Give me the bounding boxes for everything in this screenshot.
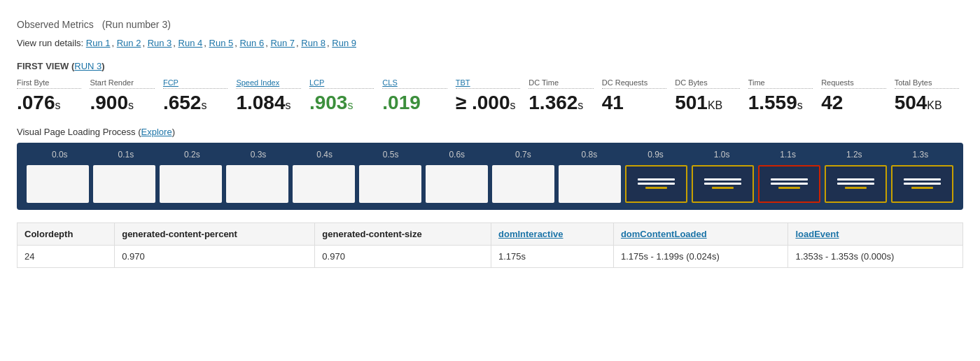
filmstrip-frames	[27, 165, 953, 203]
run-link-7[interactable]: Run 7	[270, 38, 295, 48]
filmstrip-time: 0.1s	[93, 150, 160, 160]
filmstrip-frame-9[interactable]	[625, 165, 687, 203]
data-table: Colordepthgenerated-content-percentgener…	[17, 222, 963, 268]
filmstrip-time: 0.5s	[358, 150, 424, 160]
run-link-5[interactable]: Run 5	[209, 38, 234, 48]
metric-cls: CLS.019	[378, 78, 451, 114]
metric-dc-time: DC Time1.362s	[524, 78, 597, 114]
filmstrip-frame-1[interactable]	[93, 165, 155, 203]
metric-dc-requests: DC Requests41	[598, 78, 671, 114]
filmstrip-time: 1.2s	[821, 150, 888, 160]
filmstrip-frame-11[interactable]	[758, 165, 820, 203]
metric-unit-speed-index: s	[285, 99, 290, 111]
explore-link[interactable]: Explore	[141, 127, 172, 137]
table-header-5[interactable]: loadEvent	[788, 223, 963, 246]
metric-unit-lcp: s	[347, 99, 353, 111]
load-event-cell: 1.353s - 1.353s (0.000s)	[788, 246, 963, 268]
metric-dc-bytes: DC Bytes501KB	[671, 78, 743, 114]
run-links-list: Run 1, Run 2, Run 3, Run 4, Run 5, Run 6…	[86, 38, 358, 48]
table-header-row: Colordepthgenerated-content-percentgener…	[18, 223, 963, 246]
metric-lcp: LCP.903s	[305, 78, 378, 114]
run-link-6[interactable]: Run 6	[239, 38, 264, 48]
dom-content-loaded-cell: 1.175s - 1.199s (0.024s)	[613, 246, 788, 268]
metric-value-total-bytes: 504KB	[895, 92, 959, 114]
metric-value-cls: .019	[382, 92, 447, 114]
filmstrip-times: 0.0s0.1s0.2s0.3s0.4s0.5s0.6s0.7s0.8s0.9s…	[27, 150, 953, 160]
metric-unit-total-bytes: KB	[927, 99, 941, 111]
metric-speed-index: Speed Index1.084s	[232, 78, 304, 114]
filmstrip-frame-10[interactable]	[692, 165, 754, 203]
run-links: View run details: Run 1, Run 2, Run 3, R…	[17, 38, 963, 48]
visual-label: Visual Page Loading Process (Explore)	[17, 127, 963, 137]
metric-value-start-render: .900s	[90, 92, 154, 114]
run-link-1[interactable]: Run 1	[86, 38, 111, 48]
metric-value-tbt: ≥ .000s	[456, 92, 520, 114]
metric-value-dc-time: 1.362s	[528, 92, 593, 114]
run-link-2[interactable]: Run 2	[117, 38, 141, 48]
metric-start-render: Start Render.900s	[85, 78, 158, 114]
metric-label-dc-requests: DC Requests	[602, 78, 666, 89]
filmstrip-frame-4[interactable]	[293, 165, 355, 203]
filmstrip-frame-6[interactable]	[426, 165, 488, 203]
filmstrip-time: 0.7s	[490, 150, 556, 160]
metric-label-lcp[interactable]: LCP	[309, 78, 374, 89]
table-header-3[interactable]: domInteractive	[491, 223, 614, 246]
gen-content-size-cell: 0.970	[315, 246, 491, 268]
colordepth-cell: 24	[18, 246, 115, 268]
filmstrip-frame-3[interactable]	[226, 165, 288, 203]
filmstrip-frame-13[interactable]	[891, 165, 953, 203]
filmstrip-time: 0.3s	[225, 150, 292, 160]
run-link-8[interactable]: Run 8	[301, 38, 326, 48]
run-link-3[interactable]: Run 3	[148, 38, 172, 48]
filmstrip-time: 0.4s	[291, 150, 358, 160]
metric-value-speed-index: 1.084s	[236, 92, 300, 114]
metric-tbt: TBT≥ .000s	[451, 78, 524, 114]
filmstrip-frame-12[interactable]	[825, 165, 887, 203]
run-subtitle: (Run number 3)	[102, 19, 171, 30]
metric-value-time: 1.559s	[748, 92, 813, 114]
filmstrip-frame-2[interactable]	[160, 165, 222, 203]
metric-value-dc-bytes: 501KB	[675, 92, 739, 114]
metric-label-first-byte: First Byte	[17, 78, 81, 89]
table-header-4[interactable]: domContentLoaded	[613, 223, 788, 246]
metric-label-tbt[interactable]: TBT	[456, 78, 520, 89]
metric-value-lcp: .903s	[309, 92, 374, 114]
table-header-1: generated-content-percent	[115, 223, 315, 246]
metric-label-cls[interactable]: CLS	[382, 78, 447, 89]
table-header-2: generated-content-size	[315, 223, 491, 246]
filmstrip-frame-0[interactable]	[27, 165, 89, 203]
first-view-run-link[interactable]: RUN 3	[74, 61, 102, 71]
filmstrip-time: 1.1s	[755, 150, 821, 160]
filmstrip-frame-7[interactable]	[492, 165, 554, 203]
dom-interactive-cell: 1.175s	[491, 246, 614, 268]
visual-section: Visual Page Loading Process (Explore) 0.…	[17, 127, 963, 210]
metric-value-dc-requests: 41	[602, 92, 666, 114]
metric-label-fcp[interactable]: FCP	[163, 78, 227, 89]
metric-unit-dc-time: s	[578, 99, 583, 111]
table-row: 24 0.970 0.970 1.175s 1.175s - 1.199s (0…	[18, 246, 963, 268]
metric-label-speed-index[interactable]: Speed Index	[236, 78, 300, 89]
metric-time: Time1.559s	[744, 78, 817, 114]
filmstrip-time: 0.0s	[27, 150, 93, 160]
metric-value-requests: 42	[821, 92, 886, 114]
filmstrip-frame-8[interactable]	[559, 165, 621, 203]
metric-unit-tbt: s	[510, 99, 515, 111]
metrics-row: First Byte.076sStart Render.900sFCP.652s…	[17, 78, 963, 114]
metric-label-dc-bytes: DC Bytes	[675, 78, 739, 89]
filmstrip-time: 1.3s	[888, 150, 954, 160]
filmstrip-time: 0.9s	[622, 150, 689, 160]
filmstrip-time: 1.0s	[689, 150, 755, 160]
metric-value-first-byte: .076s	[17, 92, 81, 114]
filmstrip-time: 0.8s	[556, 150, 623, 160]
gen-content-percent-cell: 0.970	[115, 246, 315, 268]
filmstrip: 0.0s0.1s0.2s0.3s0.4s0.5s0.6s0.7s0.8s0.9s…	[17, 143, 963, 210]
metric-label-time: Time	[748, 78, 813, 89]
table-header-0: Colordepth	[18, 223, 115, 246]
filmstrip-time: 0.2s	[159, 150, 225, 160]
first-view-label: FIRST VIEW (RUN 3)	[17, 61, 963, 71]
metric-unit-fcp: s	[201, 99, 206, 111]
filmstrip-time: 0.6s	[424, 150, 490, 160]
run-link-4[interactable]: Run 4	[178, 38, 203, 48]
filmstrip-frame-5[interactable]	[359, 165, 421, 203]
run-link-9[interactable]: Run 9	[332, 38, 356, 48]
